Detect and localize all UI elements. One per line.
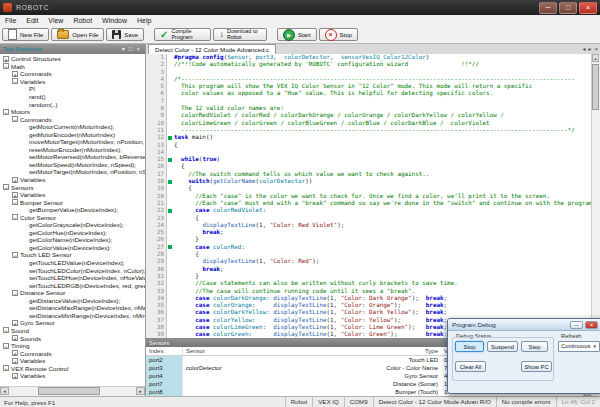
minimize-button[interactable]: ─ — [539, 2, 557, 14]
tree-item[interactable]: getColorValue(nDeviceIndex); — [0, 244, 145, 252]
tree-item[interactable]: −VEX Remote Control — [0, 364, 145, 372]
tree-item[interactable]: setMotorTarget(nMotorIndex, nPosition, n… — [0, 168, 145, 176]
scroll-thumb[interactable] — [38, 387, 100, 395]
fold-marker-icon[interactable] — [168, 209, 172, 213]
debug-window-titlebar[interactable]: Program Debug ─ × — [448, 319, 600, 331]
collapse-icon[interactable]: − — [12, 116, 18, 122]
tree-item[interactable]: getTouchLEDValue(nDeviceIndex); — [0, 259, 145, 267]
maximize-button[interactable]: □ — [559, 2, 577, 14]
dropdown-icon[interactable]: ▾ — [120, 44, 127, 54]
tree-item[interactable]: −Bumper Sensor — [0, 198, 145, 206]
expand-icon[interactable]: + — [12, 373, 18, 379]
menu-edit[interactable]: Edit — [21, 15, 43, 26]
tree-item[interactable]: moveMotorTarget(nMotorIndex, nPosition, … — [0, 138, 145, 146]
expand-icon[interactable]: + — [12, 71, 18, 77]
fold-marker-icon[interactable] — [168, 245, 172, 249]
step-button[interactable]: Step — [521, 341, 548, 352]
tree-item[interactable]: rand() — [0, 93, 145, 101]
refresh-mode-dropdown[interactable]: Continuous ▼ — [558, 341, 600, 352]
expand-icon[interactable]: + — [12, 192, 18, 198]
suspend-button[interactable]: Suspend — [487, 341, 518, 352]
compile-program-button[interactable]: ✓Compile Program — [154, 28, 211, 41]
code-editor[interactable]: 1234567891011121314151617181920212223242… — [146, 54, 600, 338]
tree-item[interactable]: +Variables — [0, 176, 145, 184]
expand-icon[interactable]: + — [12, 358, 18, 364]
tree-item[interactable]: getMotorCurrent(nMotorIndex); — [0, 123, 145, 131]
tree-item[interactable]: getDistanceValue(nDeviceIndex); — [0, 297, 145, 305]
tab-scroll-left-icon[interactable]: ◂ — [582, 45, 585, 53]
tree-item[interactable]: getColorName(nDeviceIndex); — [0, 236, 145, 244]
collapse-icon[interactable]: − — [12, 290, 18, 296]
show-pc-button[interactable]: Show PC — [521, 361, 552, 372]
scroll-thumb[interactable] — [592, 64, 599, 110]
expand-icon[interactable]: + — [12, 320, 18, 326]
tree-item[interactable]: setTouchLEDColor(nDeviceIndex, nColor); — [0, 266, 145, 274]
tree-item[interactable]: −Variables — [0, 78, 145, 86]
menu-help[interactable]: Help — [132, 15, 156, 26]
stop-debug-button[interactable]: Stop — [455, 341, 484, 352]
tree-item[interactable]: +Variables — [0, 372, 145, 380]
tree-item[interactable]: resetMotorEncoder(nMotorIndex); — [0, 146, 145, 154]
tree-item[interactable]: setMotorReversed(nMotorIndex, bReversed)… — [0, 153, 145, 161]
tree-item[interactable]: −Sensors — [0, 183, 145, 191]
tree-item[interactable]: +Control Structures — [0, 55, 145, 63]
collapse-icon[interactable]: − — [3, 343, 9, 349]
tree-item[interactable]: setDistanceMaxRange(nDeviceIndex, nMaxDi… — [0, 304, 145, 312]
close-button[interactable]: × — [579, 2, 597, 14]
collapse-icon[interactable]: − — [3, 109, 9, 115]
menu-file[interactable]: File — [0, 15, 21, 26]
open-file-button[interactable]: Open File — [51, 28, 104, 41]
tree-item[interactable]: getMotorEncoder(nMotorIndex) — [0, 130, 145, 138]
debug-close-button[interactable]: × — [585, 321, 598, 329]
tree-item[interactable]: −Touch LED Sensor — [0, 251, 145, 259]
scroll-left-icon[interactable]: ◄ — [0, 387, 9, 395]
tree-item[interactable]: getBumperValue(nDeviceIndex); — [0, 206, 145, 214]
tree-item[interactable]: setTouchLEDRGB(nDeviceIndex, red, green,… — [0, 281, 145, 289]
column-index[interactable]: Index — [146, 347, 182, 355]
tree-item[interactable]: +Sounds — [0, 334, 145, 342]
menu-view[interactable]: View — [43, 15, 68, 26]
tree-item[interactable]: −Math — [0, 63, 145, 71]
tree-item[interactable]: +Commands — [0, 70, 145, 78]
expand-icon[interactable]: + — [12, 350, 18, 356]
fold-marker-icon[interactable] — [168, 136, 172, 140]
expand-icon[interactable]: + — [3, 56, 9, 62]
collapse-icon[interactable]: − — [12, 78, 18, 84]
code-area[interactable]: #pragma config(Sensor, port3, colorDetec… — [167, 54, 591, 338]
clear-all-button[interactable]: Clear All — [455, 361, 486, 372]
tree-item[interactable]: −Motors — [0, 108, 145, 116]
expand-icon[interactable]: + — [12, 177, 18, 183]
tree-item[interactable]: +Gyro Sensor — [0, 319, 145, 327]
collapse-icon[interactable]: − — [12, 214, 18, 220]
stop-button[interactable]: ×Stop — [319, 28, 358, 41]
fold-marker-icon[interactable] — [168, 180, 172, 184]
menu-window[interactable]: Window — [97, 15, 132, 26]
tree-item[interactable]: −Commands — [0, 115, 145, 123]
tree-item[interactable]: +Commands — [0, 349, 145, 357]
scroll-right-icon[interactable]: ► — [136, 387, 145, 395]
scroll-up-icon[interactable]: ▲ — [592, 54, 599, 62]
start-button[interactable]: ▶Start — [277, 28, 317, 41]
tab-scroll-right-icon[interactable]: ▸ — [588, 45, 591, 53]
collapse-icon[interactable]: − — [3, 365, 9, 371]
new-file-button[interactable]: New File — [2, 28, 49, 41]
collapse-icon[interactable]: − — [12, 199, 18, 205]
tree-item[interactable]: −Timing — [0, 342, 145, 350]
save-button[interactable]: Save — [106, 28, 144, 41]
fold-marker-icon[interactable] — [168, 158, 172, 162]
menu-robot[interactable]: Robot — [68, 15, 97, 26]
tree-item[interactable]: setDistanceMinRange(nDeviceIndex, nMinDi… — [0, 312, 145, 320]
column-sensor[interactable]: Sensor — [182, 347, 330, 355]
tree-item[interactable]: −Color Sensor — [0, 213, 145, 221]
download-to-robot-button[interactable]: ↓Download to Robot — [213, 28, 267, 41]
column-type[interactable]: Type — [330, 347, 442, 355]
tree-item[interactable]: −Sound — [0, 327, 145, 335]
tree-item[interactable]: +Variables — [0, 191, 145, 199]
collapse-icon[interactable]: − — [12, 252, 18, 258]
tree-item[interactable]: getColorGrayscale(nDeviceIndex); — [0, 221, 145, 229]
tree-item[interactable]: +Variables — [0, 357, 145, 365]
tree-item[interactable]: −Distance Sensor — [0, 289, 145, 297]
tree-horizontal-scrollbar[interactable]: ◄ ► — [0, 386, 145, 396]
collapse-icon[interactable]: − — [3, 184, 9, 190]
tree-item[interactable]: getColorHue(nDeviceIndex); — [0, 229, 145, 237]
